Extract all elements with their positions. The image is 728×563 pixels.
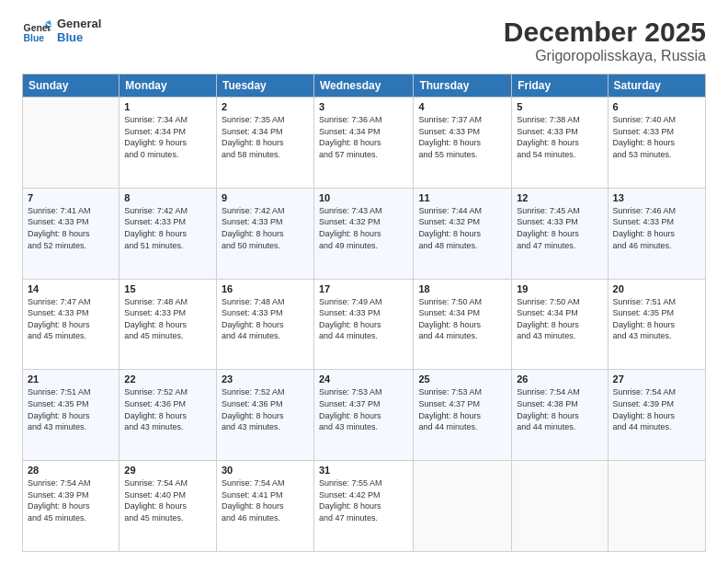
cell-content: Sunrise: 7:51 AM Sunset: 4:35 PM Dayligh… (613, 296, 700, 342)
day-number: 11 (418, 192, 506, 203)
cell-content: Sunrise: 7:54 AM Sunset: 4:39 PM Dayligh… (613, 386, 700, 432)
calendar-cell: 14Sunrise: 7:47 AM Sunset: 4:33 PM Dayli… (23, 279, 119, 370)
day-number: 2 (222, 101, 309, 112)
week-row-2: 14Sunrise: 7:47 AM Sunset: 4:33 PM Dayli… (23, 279, 706, 370)
cell-content: Sunrise: 7:50 AM Sunset: 4:34 PM Dayligh… (418, 296, 506, 342)
calendar-cell: 3Sunrise: 7:36 AM Sunset: 4:34 PM Daylig… (313, 98, 413, 189)
day-number: 26 (517, 373, 602, 385)
header-saturday: Saturday (608, 75, 705, 98)
header-monday: Monday (119, 75, 217, 98)
calendar-cell: 8Sunrise: 7:42 AM Sunset: 4:33 PM Daylig… (119, 188, 217, 279)
header-sunday: Sunday (23, 75, 119, 98)
calendar-cell: 22Sunrise: 7:52 AM Sunset: 4:36 PM Dayli… (119, 370, 217, 461)
day-number: 25 (418, 373, 506, 385)
calendar-cell: 10Sunrise: 7:43 AM Sunset: 4:32 PM Dayli… (313, 188, 413, 279)
cell-content: Sunrise: 7:42 AM Sunset: 4:33 PM Dayligh… (222, 205, 309, 251)
calendar-cell: 18Sunrise: 7:50 AM Sunset: 4:34 PM Dayli… (414, 279, 512, 370)
day-number: 27 (613, 373, 700, 385)
day-number: 28 (28, 465, 114, 476)
calendar-cell: 7Sunrise: 7:41 AM Sunset: 4:33 PM Daylig… (23, 188, 119, 279)
calendar-cell: 11Sunrise: 7:44 AM Sunset: 4:32 PM Dayli… (414, 188, 512, 279)
calendar-table: Sunday Monday Tuesday Wednesday Thursday… (22, 74, 706, 552)
cell-content: Sunrise: 7:44 AM Sunset: 4:32 PM Dayligh… (418, 205, 506, 251)
cell-content: Sunrise: 7:53 AM Sunset: 4:37 PM Dayligh… (319, 386, 408, 432)
header-wednesday: Wednesday (313, 75, 413, 98)
calendar-cell: 23Sunrise: 7:52 AM Sunset: 4:36 PM Dayli… (216, 370, 313, 461)
day-number: 1 (124, 101, 211, 112)
day-number: 21 (28, 373, 114, 385)
calendar-cell: 31Sunrise: 7:55 AM Sunset: 4:42 PM Dayli… (313, 461, 413, 552)
day-number: 20 (613, 283, 700, 294)
logo-line2: Blue (57, 31, 101, 45)
cell-content: Sunrise: 7:35 AM Sunset: 4:34 PM Dayligh… (222, 114, 309, 160)
calendar-cell: 29Sunrise: 7:54 AM Sunset: 4:40 PM Dayli… (119, 461, 217, 552)
cell-content: Sunrise: 7:40 AM Sunset: 4:33 PM Dayligh… (613, 114, 700, 160)
week-row-1: 7Sunrise: 7:41 AM Sunset: 4:33 PM Daylig… (23, 188, 706, 279)
calendar-cell: 9Sunrise: 7:42 AM Sunset: 4:33 PM Daylig… (216, 188, 313, 279)
svg-text:Blue: Blue (24, 33, 45, 43)
title-section: December 2025 Grigoropolisskaya, Russia (504, 17, 706, 64)
logo-icon: General Blue (22, 17, 51, 46)
calendar-cell: 26Sunrise: 7:54 AM Sunset: 4:38 PM Dayli… (512, 370, 608, 461)
day-number: 4 (418, 101, 506, 112)
calendar-cell: 24Sunrise: 7:53 AM Sunset: 4:37 PM Dayli… (313, 370, 413, 461)
cell-content: Sunrise: 7:37 AM Sunset: 4:33 PM Dayligh… (418, 114, 506, 160)
day-number: 29 (124, 465, 211, 476)
calendar-cell (23, 98, 119, 189)
calendar-cell: 13Sunrise: 7:46 AM Sunset: 4:33 PM Dayli… (608, 188, 705, 279)
header-thursday: Thursday (414, 75, 512, 98)
day-number: 6 (613, 101, 700, 112)
calendar-cell (512, 461, 608, 552)
calendar-cell: 12Sunrise: 7:45 AM Sunset: 4:33 PM Dayli… (512, 188, 608, 279)
calendar-cell: 28Sunrise: 7:54 AM Sunset: 4:39 PM Dayli… (23, 461, 119, 552)
calendar-cell: 1Sunrise: 7:34 AM Sunset: 4:34 PM Daylig… (119, 98, 217, 189)
cell-content: Sunrise: 7:54 AM Sunset: 4:38 PM Dayligh… (517, 386, 602, 432)
day-number: 7 (28, 192, 114, 203)
calendar-cell: 27Sunrise: 7:54 AM Sunset: 4:39 PM Dayli… (608, 370, 705, 461)
cell-content: Sunrise: 7:48 AM Sunset: 4:33 PM Dayligh… (222, 296, 309, 342)
main-title: December 2025 (504, 17, 706, 48)
cell-content: Sunrise: 7:55 AM Sunset: 4:42 PM Dayligh… (319, 477, 408, 523)
cell-content: Sunrise: 7:43 AM Sunset: 4:32 PM Dayligh… (319, 205, 408, 251)
cell-content: Sunrise: 7:45 AM Sunset: 4:33 PM Dayligh… (517, 205, 602, 251)
day-number: 3 (319, 101, 408, 112)
cell-content: Sunrise: 7:34 AM Sunset: 4:34 PM Dayligh… (124, 114, 211, 160)
day-number: 10 (319, 192, 408, 203)
cell-content: Sunrise: 7:36 AM Sunset: 4:34 PM Dayligh… (319, 114, 408, 160)
cell-content: Sunrise: 7:54 AM Sunset: 4:40 PM Dayligh… (124, 477, 211, 523)
top-section: General Blue General Blue December 2025 … (22, 17, 706, 64)
day-number: 9 (222, 192, 309, 203)
day-number: 16 (222, 283, 309, 294)
day-number: 22 (124, 373, 211, 385)
day-number: 13 (613, 192, 700, 203)
calendar-cell: 25Sunrise: 7:53 AM Sunset: 4:37 PM Dayli… (414, 370, 512, 461)
day-number: 24 (319, 373, 408, 385)
day-number: 8 (124, 192, 211, 203)
day-number: 31 (319, 465, 408, 476)
day-number: 12 (517, 192, 602, 203)
week-row-4: 28Sunrise: 7:54 AM Sunset: 4:39 PM Dayli… (23, 461, 706, 552)
calendar-cell: 19Sunrise: 7:50 AM Sunset: 4:34 PM Dayli… (512, 279, 608, 370)
day-number: 5 (517, 101, 602, 112)
cell-content: Sunrise: 7:42 AM Sunset: 4:33 PM Dayligh… (124, 205, 211, 251)
cell-content: Sunrise: 7:52 AM Sunset: 4:36 PM Dayligh… (222, 386, 309, 432)
header-tuesday: Tuesday (216, 75, 313, 98)
day-number: 15 (124, 283, 211, 294)
cell-content: Sunrise: 7:51 AM Sunset: 4:35 PM Dayligh… (28, 386, 114, 432)
cell-content: Sunrise: 7:53 AM Sunset: 4:37 PM Dayligh… (418, 386, 506, 432)
day-number: 19 (517, 283, 602, 294)
day-number: 23 (222, 373, 309, 385)
calendar-cell: 15Sunrise: 7:48 AM Sunset: 4:33 PM Dayli… (119, 279, 217, 370)
cell-content: Sunrise: 7:38 AM Sunset: 4:33 PM Dayligh… (517, 114, 602, 160)
logo-line1: General (57, 17, 101, 31)
day-number: 14 (28, 283, 114, 294)
calendar-cell: 4Sunrise: 7:37 AM Sunset: 4:33 PM Daylig… (414, 98, 512, 189)
week-row-0: 1Sunrise: 7:34 AM Sunset: 4:34 PM Daylig… (23, 98, 706, 189)
day-number: 30 (222, 465, 309, 476)
cell-content: Sunrise: 7:54 AM Sunset: 4:41 PM Dayligh… (222, 477, 309, 523)
header-row: Sunday Monday Tuesday Wednesday Thursday… (23, 75, 706, 98)
calendar-cell (608, 461, 705, 552)
calendar-cell: 16Sunrise: 7:48 AM Sunset: 4:33 PM Dayli… (216, 279, 313, 370)
calendar-cell: 21Sunrise: 7:51 AM Sunset: 4:35 PM Dayli… (23, 370, 119, 461)
week-row-3: 21Sunrise: 7:51 AM Sunset: 4:35 PM Dayli… (23, 370, 706, 461)
